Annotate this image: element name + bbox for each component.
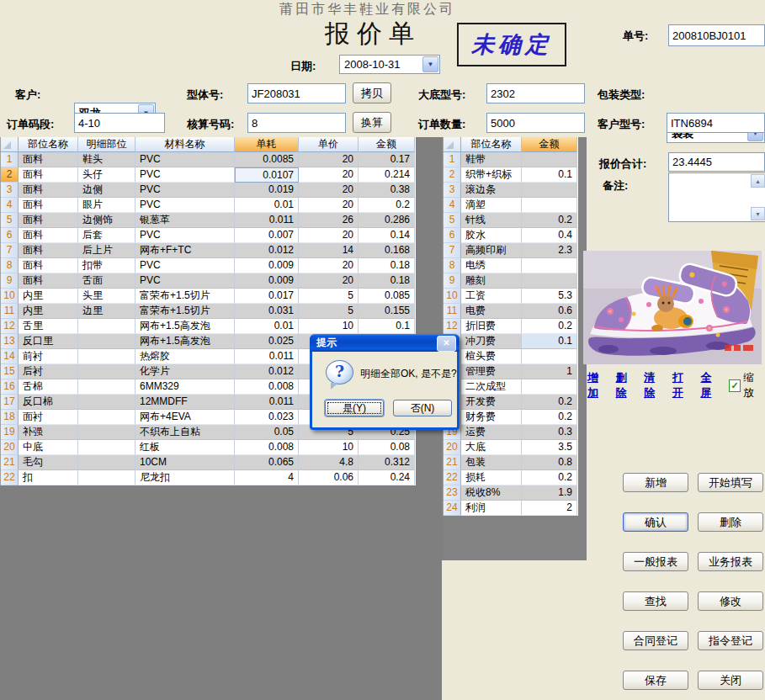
cell[interactable]: 雕刻 <box>461 273 522 289</box>
cell[interactable]: 12MMDFF <box>135 395 235 410</box>
action-button[interactable]: 确认 <box>623 512 688 532</box>
table-row[interactable]: 4滴塑 <box>444 198 578 213</box>
table-row[interactable]: 2面料头仔PVC0.0107200.214 <box>1 167 416 183</box>
cell[interactable]: 0.18 <box>359 258 415 273</box>
table-row[interactable]: 9雕刻 <box>444 273 578 289</box>
cell[interactable]: 针线 <box>461 213 522 228</box>
table-row[interactable]: 11内里边里富荣布+1.5切片0.03150.155 <box>1 304 416 319</box>
action-button[interactable]: 修改 <box>698 591 763 611</box>
cell[interactable]: 富荣布+1.5切片 <box>135 289 235 304</box>
dialog-titlebar[interactable]: 提示 ✕ <box>310 334 460 352</box>
cell[interactable]: 内里 <box>19 304 78 319</box>
cell[interactable]: 0.065 <box>235 455 299 470</box>
cell[interactable]: 工资 <box>461 289 522 304</box>
cell[interactable]: 舌里 <box>19 319 78 334</box>
cell[interactable]: 开发费 <box>461 395 522 410</box>
cell[interactable]: 后衬 <box>19 364 78 379</box>
cell[interactable]: 0.025 <box>235 334 299 349</box>
cell[interactable]: 中底 <box>19 440 78 455</box>
cell[interactable]: 0.012 <box>235 364 299 379</box>
cell[interactable]: 后套 <box>78 228 135 243</box>
cell[interactable]: 扣 <box>19 470 78 485</box>
cell[interactable]: 0.8 <box>522 455 577 470</box>
cell[interactable]: 20 <box>299 183 359 198</box>
cell[interactable] <box>78 440 135 455</box>
photo-link[interactable]: 全屏 <box>700 370 721 400</box>
scroll-up-icon[interactable]: ▲ <box>751 174 765 188</box>
action-button[interactable]: 业务报表 <box>698 552 763 571</box>
table-row[interactable]: 16二次成型 <box>444 379 578 395</box>
cell[interactable]: 面料 <box>19 183 78 198</box>
cell[interactable]: 面衬 <box>19 410 78 425</box>
cell[interactable]: 0.01 <box>235 319 299 334</box>
cell[interactable]: 0.2 <box>359 198 415 213</box>
cell[interactable]: 20 <box>299 167 359 183</box>
table-row[interactable]: 5针线0.2 <box>444 213 578 228</box>
size-range-input[interactable] <box>74 113 165 133</box>
cell[interactable]: 高频印刷 <box>461 243 522 258</box>
cell[interactable]: 面料 <box>19 213 78 228</box>
chevron-down-icon[interactable]: ▼ <box>422 56 438 72</box>
cell[interactable]: 面料 <box>19 243 78 258</box>
table-row[interactable]: 17开发费0.2 <box>444 395 578 410</box>
cell[interactable]: 1.9 <box>522 485 577 501</box>
cell[interactable]: 3.5 <box>522 440 577 455</box>
cell[interactable]: 0.214 <box>359 167 415 183</box>
cell[interactable]: PVC <box>135 183 235 198</box>
cell[interactable]: 0.6 <box>522 304 577 319</box>
action-button[interactable]: 一般报表 <box>623 552 688 571</box>
cell[interactable]: 0.05 <box>235 425 299 440</box>
cell[interactable]: 滚边条 <box>461 183 522 198</box>
cell[interactable]: 0.011 <box>235 213 299 228</box>
cell[interactable]: 网布+4EVA <box>135 410 235 425</box>
cell[interactable]: 0.2 <box>522 410 577 425</box>
cell[interactable]: 0.08 <box>359 440 415 455</box>
cell[interactable]: 0.009 <box>235 273 299 289</box>
cell[interactable]: 0.14 <box>359 228 415 243</box>
cell[interactable]: 舌棉 <box>19 379 78 395</box>
cell[interactable]: 0.085 <box>359 289 415 304</box>
photo-link[interactable]: 增加 <box>587 370 608 400</box>
cell[interactable]: 眼片 <box>78 198 135 213</box>
cell[interactable]: 0.168 <box>359 243 415 258</box>
cell[interactable]: 0.01 <box>235 198 299 213</box>
cell[interactable]: 1 <box>522 364 577 379</box>
table-row[interactable]: 6胶水0.4 <box>444 228 578 243</box>
convert-button[interactable]: 换算 <box>353 112 391 133</box>
cell[interactable]: 电绣 <box>461 258 522 273</box>
cell[interactable] <box>522 379 577 395</box>
cell[interactable]: 0.1 <box>522 167 577 183</box>
cell[interactable]: 运费 <box>461 425 522 440</box>
table-row[interactable]: 6面料后套PVC0.007200.14 <box>1 228 416 243</box>
cell[interactable]: 财务费 <box>461 410 522 425</box>
yes-button[interactable]: 是(Y) <box>325 400 384 416</box>
table-row[interactable]: 3滚边条 <box>444 183 578 198</box>
cell[interactable]: PVC <box>135 167 235 183</box>
cell[interactable] <box>78 425 135 440</box>
quote-total-input[interactable] <box>668 152 765 172</box>
cell[interactable]: PVC <box>135 258 235 273</box>
action-button[interactable]: 删除 <box>698 512 763 532</box>
photo-link[interactable]: 删除 <box>616 370 637 400</box>
cell[interactable]: 热熔胶 <box>135 349 235 364</box>
cell[interactable]: 鞋带 <box>461 152 522 167</box>
cell[interactable]: 0.008 <box>235 440 299 455</box>
cell[interactable] <box>78 319 135 334</box>
photo-link[interactable]: 打开 <box>672 370 693 400</box>
table-row[interactable]: 5面料边侧饰银葱革0.011260.286 <box>1 213 416 228</box>
action-button[interactable]: 开始填写 <box>698 473 763 492</box>
action-button[interactable]: 查找 <box>623 591 688 611</box>
cell[interactable]: 内里 <box>19 289 78 304</box>
cell[interactable]: 头里 <box>78 289 135 304</box>
cell[interactable]: 扣带 <box>78 258 135 273</box>
cell[interactable] <box>78 364 135 379</box>
table-row[interactable]: 21包装0.8 <box>444 455 578 470</box>
cell[interactable] <box>522 183 577 198</box>
action-button[interactable]: 保存 <box>623 671 688 690</box>
table-row[interactable]: 12折旧费0.2 <box>444 319 578 334</box>
cell[interactable]: 0.155 <box>359 304 415 319</box>
cell[interactable]: 0.286 <box>359 213 415 228</box>
cell[interactable]: 0.24 <box>359 470 415 485</box>
cell[interactable]: 损耗 <box>461 470 522 485</box>
cell[interactable]: 5.3 <box>522 289 577 304</box>
